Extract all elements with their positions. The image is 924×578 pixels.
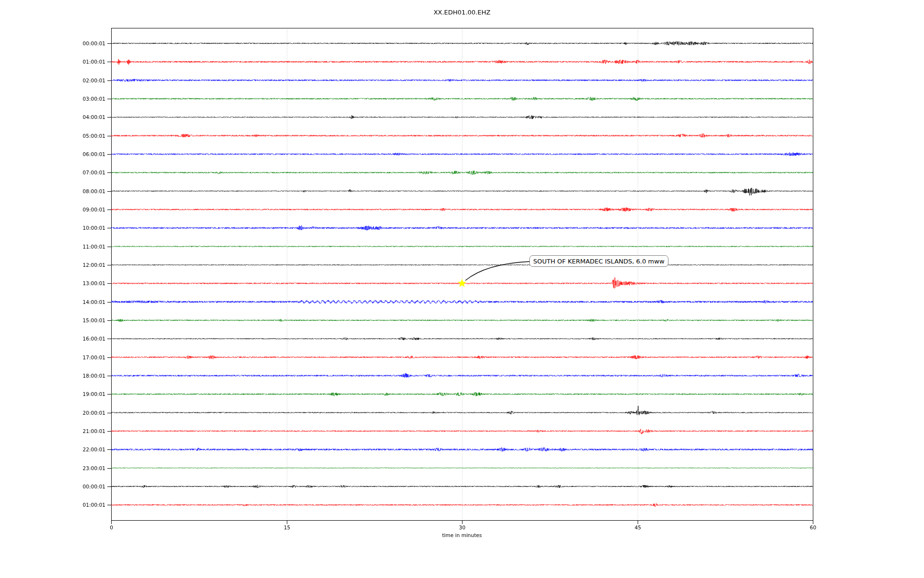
event-annotation: SOUTH OF KERMADEC ISLANDS, 6.0 mww xyxy=(529,255,668,267)
plot-title: XX.EDH01.00.EHZ xyxy=(0,9,924,16)
event-annotation-text: SOUTH OF KERMADEC ISLANDS, 6.0 mww xyxy=(533,258,665,265)
x-axis-label: time in minutes xyxy=(0,532,924,538)
seismogram-plot xyxy=(0,0,924,578)
